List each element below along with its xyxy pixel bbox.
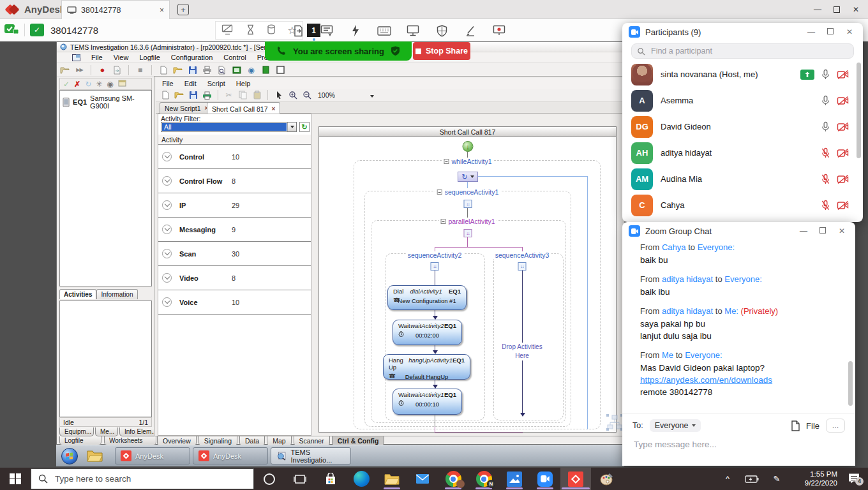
close-icon[interactable]: ✕: [835, 226, 849, 235]
participants-scrollbar[interactable]: [857, 63, 861, 158]
session-record-icon[interactable]: [491, 23, 507, 38]
start-button[interactable]: [0, 468, 31, 490]
monitor-1-button[interactable]: 1: [307, 24, 320, 37]
sender-name[interactable]: aditya hidayat: [662, 306, 713, 316]
activity-group-row[interactable]: IP29: [158, 193, 311, 218]
sender-name[interactable]: aditya hidayat: [662, 274, 713, 284]
tab-worksheets[interactable]: Worksheets: [104, 436, 156, 445]
recipient-selector[interactable]: Everyone: [650, 419, 701, 432]
parallel-label[interactable]: parallelActivity1: [439, 218, 497, 225]
permissions-shield-icon[interactable]: [434, 23, 449, 38]
refresh-icon[interactable]: ↻: [85, 80, 91, 89]
save-icon[interactable]: [187, 64, 198, 75]
mail-icon[interactable]: [407, 468, 438, 490]
participant-row[interactable]: A Asemma: [622, 87, 858, 114]
white-panel-icon[interactable]: [275, 64, 286, 75]
wait-activity2-node[interactable]: WaitwaitActivity2EQ1 00:02:00: [393, 320, 462, 345]
open-logfile-icon[interactable]: [59, 64, 70, 75]
tab-activities[interactable]: Activities: [59, 289, 96, 299]
menu-file[interactable]: File: [162, 80, 174, 87]
quick-actions-icon[interactable]: [348, 23, 363, 38]
tab-new-script[interactable]: New Script1 ×: [160, 102, 213, 114]
presentation-globe-icon[interactable]: ◉: [246, 64, 257, 75]
display-settings-icon[interactable]: [405, 23, 421, 38]
activity-filter-dropdown[interactable]: All: [161, 122, 297, 132]
stop-icon[interactable]: ■: [135, 64, 146, 75]
taskbar-clock[interactable]: 1:55 PM 9/22/2020: [805, 470, 837, 487]
remote-explorer-icon[interactable]: [87, 449, 103, 464]
file-explorer-icon[interactable]: [377, 468, 407, 490]
chevron-down-icon[interactable]: [162, 200, 172, 210]
copy-icon[interactable]: [237, 90, 248, 101]
anydesk-taskbar-icon[interactable]: [560, 468, 591, 490]
menu-script[interactable]: Script: [207, 80, 225, 87]
chat-message-input[interactable]: [632, 439, 824, 450]
activity-group-row[interactable]: Video8: [158, 266, 311, 290]
window-minimize-button[interactable]: —: [808, 0, 827, 19]
recipient-name[interactable]: Everyone:: [724, 274, 762, 284]
chrome-profile2-icon[interactable]: N: [468, 468, 499, 490]
mic-icon[interactable]: [821, 95, 830, 107]
battery-icon[interactable]: [740, 468, 763, 490]
menu-control[interactable]: Control: [223, 54, 246, 61]
edge-icon[interactable]: [346, 468, 377, 490]
camera-off-icon[interactable]: [837, 96, 849, 106]
zoom-in-icon[interactable]: [287, 90, 298, 101]
window-maximize-button[interactable]: [827, 0, 846, 19]
remote-start-button[interactable]: [61, 448, 78, 464]
camera-off-icon[interactable]: [837, 148, 849, 158]
refresh-filter-button[interactable]: ↻: [299, 122, 310, 132]
recipient-name[interactable]: Me:: [724, 306, 738, 316]
while-activity-label[interactable]: whileActivity1: [442, 158, 493, 165]
new-script-icon[interactable]: [160, 90, 170, 101]
mic-muted-icon[interactable]: [821, 174, 830, 185]
chevron-down-icon[interactable]: [162, 176, 172, 186]
session-tab[interactable]: 380142778 ×: [61, 0, 170, 19]
camera-off-icon[interactable]: [837, 70, 849, 80]
search-input[interactable]: [650, 46, 848, 56]
tab-info-elements[interactable]: Info Elem...: [119, 427, 159, 436]
minimize-icon[interactable]: —: [804, 27, 818, 36]
camera-off-icon[interactable]: [837, 122, 849, 132]
workspace-icon[interactable]: [231, 64, 242, 75]
photos-icon[interactable]: [499, 468, 530, 490]
chat-link[interactable]: https://anydesk.com/en/downloads: [640, 375, 772, 385]
zoom-out-icon[interactable]: [301, 90, 312, 101]
taskbar-search-input[interactable]: [54, 473, 246, 484]
record-icon[interactable]: ●: [97, 64, 108, 75]
sequence3-container[interactable]: [493, 253, 564, 420]
participant-row[interactable]: AM Audina Mia: [622, 166, 858, 192]
more-options-button[interactable]: …: [826, 419, 845, 433]
sequence1-label[interactable]: sequenceActivity1: [435, 188, 501, 196]
collapse-icon[interactable]: [437, 189, 442, 195]
sender-name[interactable]: Me: [662, 350, 673, 360]
wait-activity1-node[interactable]: WaitwaitActivity1EQ1 00:00:10: [393, 389, 462, 415]
activate-icon[interactable]: ✓: [63, 80, 70, 89]
notification-center-icon[interactable]: 4: [840, 468, 868, 490]
tab-short-call[interactable]: Short Call Call 817 ×: [207, 102, 280, 115]
save-script-icon[interactable]: [188, 90, 198, 101]
tray-expand-icon[interactable]: ^: [718, 468, 737, 490]
maximize-icon[interactable]: [816, 226, 830, 235]
chat-header[interactable]: Zoom Group Chat — ✕: [622, 222, 855, 240]
menu-help[interactable]: Help: [236, 80, 251, 87]
menu-view[interactable]: View: [114, 54, 129, 61]
new-tab-button[interactable]: +: [177, 4, 189, 15]
zoom-app-icon[interactable]: [530, 468, 560, 490]
hangup-activity-node[interactable]: Hang UphangUpActivity1EQ1 ☎Default HangU…: [383, 354, 470, 380]
camera-off-icon[interactable]: [837, 200, 849, 211]
close-icon[interactable]: ✕: [842, 27, 857, 36]
remote-taskbar-anydesk-2[interactable]: AnyDesk: [193, 447, 268, 464]
open-script-icon[interactable]: [174, 90, 184, 101]
chat-messages[interactable]: From Cahya to Everyone: baik bu From adi…: [640, 242, 832, 406]
cortana-button[interactable]: [254, 468, 285, 490]
file-icon[interactable]: [791, 420, 800, 431]
participant-search[interactable]: [631, 43, 854, 59]
print-preview-icon[interactable]: [216, 64, 227, 75]
paste-icon[interactable]: [251, 90, 262, 101]
green-panel-icon[interactable]: [260, 64, 271, 75]
camera-off-icon[interactable]: [837, 174, 849, 184]
export-icon[interactable]: [112, 64, 123, 75]
keyboard-icon[interactable]: [377, 23, 392, 38]
chevron-down-icon[interactable]: [162, 249, 172, 258]
